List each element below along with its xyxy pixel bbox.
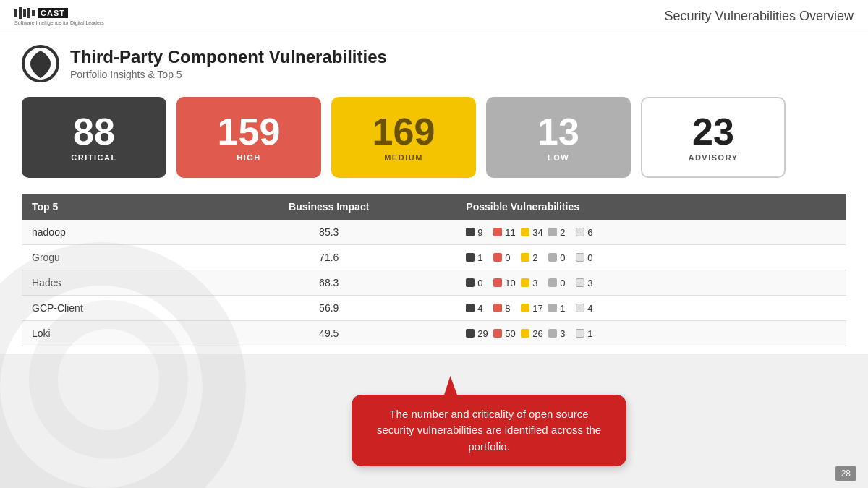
metric-label-low: LOW — [548, 153, 569, 162]
logo-area: CAST Software Intelligence for Digital L… — [14, 7, 104, 25]
logo-bar-4 — [27, 8, 30, 18]
vuln-val-advisory: 6 — [587, 227, 600, 238]
dot-low — [548, 228, 557, 236]
callout-area: The number and criticality of open sourc… — [352, 378, 626, 467]
dot-high — [493, 253, 502, 262]
vuln-val-low: 0 — [560, 252, 573, 263]
dot-medium — [521, 278, 529, 287]
section-subtitle: Portfolio Insights & Top 5 — [70, 69, 387, 80]
dot-critical — [466, 304, 475, 312]
vuln-val-low: 3 — [560, 328, 573, 339]
vuln-val-high: 0 — [505, 252, 518, 263]
section-title: Third-Party Component Vulnerabilities — [70, 47, 387, 67]
dot-medium — [521, 228, 529, 236]
row-impact: 71.6 — [202, 245, 456, 270]
dot-high — [493, 304, 502, 312]
vuln-val-high: 8 — [505, 303, 518, 314]
dot-medium — [521, 304, 529, 312]
col-header-impact: Business Impact — [202, 194, 456, 220]
dot-high — [493, 329, 502, 338]
metric-number-medium: 169 — [373, 113, 435, 150]
section-icon — [22, 45, 59, 82]
metric-card-low: 13 LOW — [486, 97, 631, 178]
row-vulns: 10200 — [456, 245, 846, 270]
logo-cast-text: CAST — [38, 8, 68, 18]
vuln-val-medium: 26 — [532, 328, 545, 339]
logo-subtitle: Software Intelligence for Digital Leader… — [14, 20, 104, 25]
dot-advisory — [576, 304, 584, 312]
col-header-top5: Top 5 — [22, 194, 202, 220]
logo-bar-3 — [23, 9, 26, 17]
vuln-val-advisory: 3 — [587, 278, 600, 288]
metric-card-high: 159 HIGH — [176, 97, 321, 178]
table-row: hadoop85.39113426 — [22, 220, 846, 245]
row-vulns: 481714 — [456, 296, 846, 321]
section-title-group: Third-Party Component Vulnerabilities Po… — [70, 47, 387, 80]
vuln-val-medium: 17 — [532, 303, 545, 314]
dot-medium — [521, 253, 529, 262]
dot-high — [493, 228, 502, 236]
page-number: 28 — [835, 466, 856, 481]
row-name: hadoop — [22, 220, 202, 245]
vuln-val-advisory: 4 — [587, 303, 600, 314]
callout-box: The number and criticality of open sourc… — [352, 395, 626, 467]
page-container: CAST Software Intelligence for Digital L… — [0, 0, 868, 488]
logo-bars — [14, 7, 35, 19]
metric-label-critical: CRITICAL — [71, 153, 116, 162]
row-impact: 68.3 — [202, 270, 456, 296]
callout-text: The number and criticality of open sourc… — [377, 408, 601, 453]
row-vulns: 010303 — [456, 270, 846, 296]
dot-advisory — [576, 329, 584, 338]
dot-low — [548, 304, 557, 312]
metric-number-advisory: 23 — [692, 113, 734, 150]
dot-advisory — [576, 253, 584, 262]
vuln-val-advisory: 1 — [587, 328, 600, 339]
bg-watermark2 — [29, 300, 188, 459]
row-vulns: 29502631 — [456, 321, 846, 346]
vuln-val-critical: 4 — [477, 303, 490, 314]
metric-label-advisory: ADVISORY — [688, 153, 738, 162]
metric-card-advisory: 23 ADVISORY — [641, 97, 786, 178]
metric-number-high: 159 — [218, 113, 281, 150]
vuln-val-critical: 1 — [477, 252, 490, 263]
vuln-val-medium: 3 — [532, 278, 545, 288]
dot-critical — [466, 329, 475, 338]
table-header-row: Top 5 Business Impact Possible Vulnerabi… — [22, 194, 846, 220]
header: CAST Software Intelligence for Digital L… — [0, 0, 868, 30]
section-header: Third-Party Component Vulnerabilities Po… — [22, 45, 846, 82]
vuln-val-critical: 0 — [477, 278, 490, 288]
vuln-val-critical: 29 — [477, 328, 490, 339]
dot-high — [493, 278, 502, 287]
vuln-val-high: 10 — [505, 278, 518, 288]
dot-advisory — [576, 228, 584, 236]
dot-low — [548, 253, 557, 262]
logo-bar-1 — [14, 9, 17, 17]
dot-advisory — [576, 278, 584, 287]
vuln-val-medium: 2 — [532, 252, 545, 263]
vuln-val-low: 2 — [560, 227, 573, 238]
vuln-val-high: 11 — [505, 227, 518, 238]
dot-critical — [466, 278, 475, 287]
logo-bar-5 — [32, 10, 35, 16]
row-vulns: 9113426 — [456, 220, 846, 245]
metric-label-high: HIGH — [237, 153, 261, 162]
vuln-val-medium: 34 — [532, 227, 545, 238]
metric-cards: 88 CRITICAL 159 HIGH 169 MEDIUM 13 LOW 2… — [22, 97, 846, 178]
dot-low — [548, 329, 557, 338]
row-impact: 56.9 — [202, 296, 456, 321]
dot-low — [548, 278, 557, 287]
vuln-val-advisory: 0 — [587, 252, 600, 263]
metric-card-medium: 169 MEDIUM — [331, 97, 476, 178]
dot-medium — [521, 329, 529, 338]
row-impact: 49.5 — [202, 321, 456, 346]
vuln-val-low: 0 — [560, 278, 573, 288]
metric-number-low: 13 — [537, 113, 579, 150]
vuln-val-high: 50 — [505, 328, 518, 339]
metric-card-critical: 88 CRITICAL — [22, 97, 166, 178]
header-title: Security Vulnerabilities Overview — [665, 9, 854, 24]
col-header-vulns: Possible Vulnerabilities — [456, 194, 846, 220]
metric-label-medium: MEDIUM — [384, 153, 423, 162]
metric-number-critical: 88 — [73, 113, 115, 150]
row-impact: 85.3 — [202, 220, 456, 245]
vuln-val-critical: 9 — [477, 227, 490, 238]
